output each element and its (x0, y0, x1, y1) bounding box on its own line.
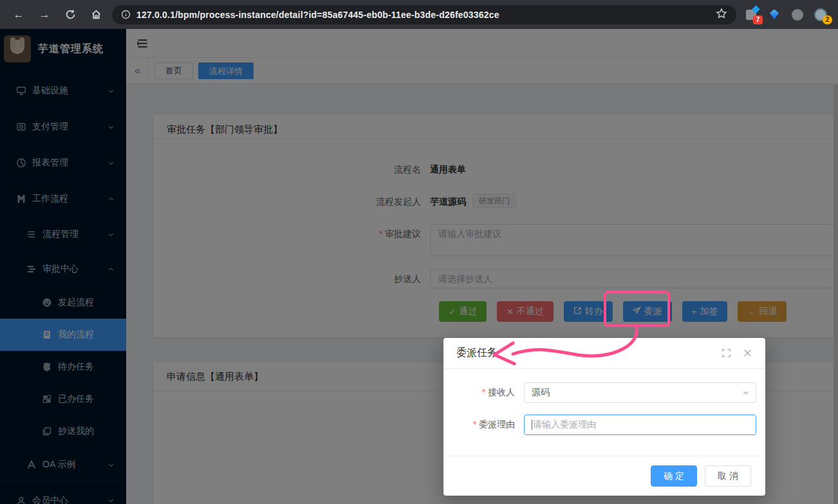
extension-blocker-icon[interactable]: 7 (744, 8, 758, 22)
chevron-down-icon (742, 389, 750, 397)
reason-label: 委派理由 (443, 419, 515, 431)
text-caret (532, 420, 532, 430)
browser-toolbar: ← → 127.0.0.1/bpm/process-instance/detai… (0, 0, 838, 29)
confirm-button[interactable]: 确 定 (651, 465, 697, 487)
receiver-label: 接收人 (443, 387, 515, 398)
screenshot-root: ← → 127.0.0.1/bpm/process-instance/detai… (0, 0, 838, 504)
cancel-button[interactable]: 取 消 (705, 465, 751, 487)
dialog-footer: 确 定 取 消 (443, 456, 765, 496)
receiver-value: 源码 (532, 387, 550, 398)
annotation-arrow (473, 319, 647, 370)
browser-forward-icon[interactable]: → (35, 5, 54, 24)
reason-placeholder: 请输入委派理由 (533, 419, 596, 431)
browser-back-icon[interactable]: ← (9, 5, 28, 24)
profile-badge: 2 (823, 15, 832, 24)
close-icon[interactable] (743, 348, 752, 358)
receiver-select[interactable]: 源码 (524, 382, 756, 403)
bookmark-star-icon[interactable] (716, 8, 727, 22)
url-text[interactable]: 127.0.0.1/bpm/process-instance/detail?id… (136, 10, 499, 20)
browser-reload-icon[interactable] (61, 5, 80, 24)
extension-badge: 7 (753, 15, 763, 24)
reason-input[interactable]: 请输入委派理由 (524, 415, 756, 435)
fullscreen-icon[interactable] (722, 348, 731, 358)
browser-profile-avatar[interactable]: 2 (814, 8, 828, 22)
browser-home-icon[interactable] (86, 5, 106, 24)
site-info-icon[interactable] (121, 10, 131, 19)
address-bar[interactable]: 127.0.0.1/bpm/process-instance/detail?id… (112, 5, 736, 24)
extension-settings-icon[interactable] (790, 8, 805, 22)
extension-balloon-icon[interactable] (767, 8, 781, 22)
